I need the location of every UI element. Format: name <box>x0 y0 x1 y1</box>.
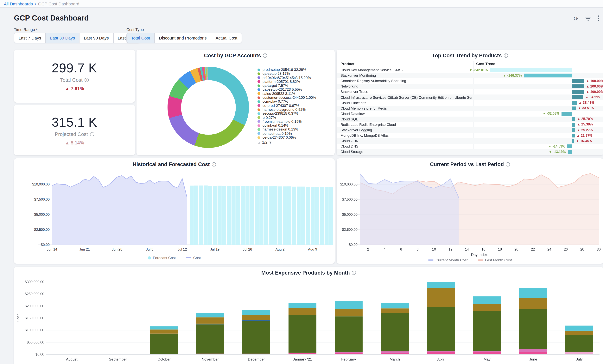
page-down-icon[interactable]: ▼ <box>269 141 272 145</box>
donut-legend-item[interactable]: pentest-uat 0.10% <box>257 132 328 136</box>
legend-label: Current Month Cost <box>435 258 468 262</box>
filter-icon[interactable] <box>585 16 591 21</box>
cost-type-option-actual-cost[interactable]: Actual Cost <box>211 33 242 43</box>
svg-text:April: April <box>437 357 445 361</box>
trend-percent: ▲ 25.27% <box>577 128 593 132</box>
donut-legend-item[interactable]: freemium-sample 0.19% <box>257 120 328 124</box>
series-olive-bar-segment <box>196 324 224 353</box>
series-olive-bar-segment <box>289 315 316 353</box>
time-range-option-last-30-days[interactable]: Last 30 Days <box>46 33 80 43</box>
info-icon[interactable]: i <box>352 271 356 275</box>
donut-legend-item[interactable]: ccm-play 0.77% <box>257 100 328 104</box>
series-cyan-bar-segment <box>519 288 547 298</box>
donut-legend-item[interactable]: harness-playground 0.52% <box>257 108 328 112</box>
trend-percent: ▲ 33.51% <box>578 106 594 110</box>
donut-legend-item[interactable]: ce-qa-274307 0.06% <box>257 135 328 140</box>
donut-legend-item[interactable]: qa-target 7.57% <box>257 84 328 88</box>
svg-text:8: 8 <box>417 247 418 251</box>
most-expensive-products-chart: $0.00$50,000.00$100,000.00$150,000.00$20… <box>14 278 603 364</box>
info-icon[interactable]: i <box>84 78 89 82</box>
cost-type-option-total-cost[interactable]: Total Cost <box>127 33 155 43</box>
most-expensive-products-title: Most Expensive Products by Month <box>261 270 350 276</box>
series-orchid-bar-segment <box>335 352 363 353</box>
info-icon[interactable]: i <box>90 132 94 136</box>
page-up-icon[interactable]: ▲ <box>257 141 261 145</box>
time-range-option-last-7-days[interactable]: Last 7 Days <box>14 33 46 43</box>
trend-bar <box>524 74 572 77</box>
trend-bar <box>572 128 575 132</box>
donut-legend-label: prod-setup-205416 32.29% <box>263 68 328 72</box>
cost-trend-cell: ▲ 94.21% <box>473 95 603 100</box>
donut-legend-item[interactable]: ce-prod-274307 0.67% <box>257 104 328 108</box>
kebab-menu-icon[interactable] <box>598 15 599 21</box>
product-column-header[interactable]: Product <box>340 62 354 66</box>
donut-legend-item[interactable]: ø 0.27% <box>257 116 328 120</box>
donut-legend-item[interactable]: qa-setup 23.17% <box>257 72 328 76</box>
cost-trend-cell: ▲ 21.37% <box>473 133 603 138</box>
donut-legend-item[interactable]: uat-setup-261723 5.55% <box>257 88 328 92</box>
projected-cost-label: Projected Cost <box>55 131 88 137</box>
series-orchid-bar-segment <box>519 349 547 352</box>
cost-trend-cell: ▼ -342.01% <box>473 67 603 73</box>
trend-table-row: Cloud Storage▼ -13.19% <box>336 149 603 155</box>
legend-item[interactable]: Current Month Cost <box>428 258 468 262</box>
svg-text:22: 22 <box>531 247 535 251</box>
svg-text:26: 26 <box>564 247 568 251</box>
donut-legend-item[interactable]: sales-209522 3.11% <box>257 92 328 96</box>
svg-text:Jun 28: Jun 28 <box>112 247 122 251</box>
donut-legend-label: freemium-sample 0.19% <box>263 120 328 124</box>
breadcrumb-all-dashboards-link[interactable]: All Dashboards <box>4 1 33 6</box>
series-olive-bar-segment <box>381 313 409 352</box>
info-icon[interactable]: i <box>504 54 508 58</box>
cost-trend-cell: ▲ 25.70% <box>473 117 603 122</box>
cost-type-label: Cost Type <box>127 27 144 32</box>
donut-legend-item[interactable]: pr10406a87045145c3 15.20% <box>257 76 328 80</box>
cost-type-option-discount-and-promotions[interactable]: Discount and Promotions <box>155 33 211 43</box>
legend-item[interactable]: Last Month Cost <box>478 258 512 262</box>
refresh-icon[interactable]: ⟳ <box>574 15 578 21</box>
time-range-option-last-90-days[interactable]: Last 90 Days <box>80 33 113 43</box>
historical-forecast-panel: Historical and Forecasted Costi $0.00$2,… <box>14 158 335 264</box>
svg-text:$7,500.00: $7,500.00 <box>342 198 358 201</box>
cost-trend-column-header[interactable]: Cost Trend <box>476 62 495 66</box>
breadcrumb-current: GCP Cost Dashboard <box>38 1 79 6</box>
legend-dot-icon <box>257 76 260 79</box>
donut-legend-item[interactable]: secops-239815 0.37% <box>257 112 328 116</box>
trend-percent: ▲ 16.34% <box>576 139 592 143</box>
legend-label: Forecast Cost <box>153 255 176 260</box>
donut-legend-item[interactable]: harness-design 0.13% <box>257 128 328 132</box>
donut-legend-item[interactable]: customer-success-244100 1.00% <box>257 96 328 100</box>
donut-legend-item[interactable]: prod-setup-205416 32.29% <box>257 68 328 72</box>
donut-legend-item[interactable]: golink-url 0.14% <box>257 123 328 128</box>
svg-text:February: February <box>341 357 356 361</box>
legend-item[interactable]: Forecast Cost <box>148 255 176 260</box>
svg-text:$250,000.00: $250,000.00 <box>25 292 44 296</box>
legend-item[interactable]: Cost <box>186 255 201 260</box>
cost-trend-cell: ▲ 100.00% <box>473 84 603 89</box>
series-hot-pink-bar-segment <box>427 352 455 354</box>
legend-label: Cost <box>193 255 201 260</box>
donut-legend-item[interactable]: platform-205701 8.82% <box>257 80 328 84</box>
svg-text:March: March <box>390 357 400 361</box>
legend-dot-icon <box>257 116 260 119</box>
legend-label: Last Month Cost <box>485 258 512 262</box>
trend-bar <box>572 106 576 110</box>
info-icon[interactable]: i <box>263 54 267 58</box>
current-vs-last-panel: Current Period vs Last Periodi $0.00$2,5… <box>336 158 603 264</box>
series-mustard-bar-segment <box>519 298 547 309</box>
svg-text:20: 20 <box>514 247 518 251</box>
series-olive-bar-segment <box>150 334 178 354</box>
trend-percent: ▲ 100.00% <box>586 84 603 88</box>
trend-percent: ▲ 94.21% <box>585 95 601 99</box>
svg-text:July: July <box>576 357 583 361</box>
series-hot-pink-bar-segment <box>335 353 363 354</box>
series-blue-bar-segment <box>242 320 270 321</box>
donut-legend-label: qa-target 7.57% <box>263 84 328 88</box>
svg-text:$150,000.00: $150,000.00 <box>25 316 44 320</box>
legend-swatch-icon <box>478 259 483 261</box>
cost-trend-cell: ▼ -32.06% <box>473 111 603 117</box>
most-expensive-products-panel: Most Expensive Products by Monthi $0.00$… <box>14 267 603 364</box>
cost-trend-cell: ▲ 16.34% <box>473 138 603 144</box>
svg-text:Jul 19: Jul 19 <box>210 247 220 251</box>
svg-text:December: December <box>248 357 265 361</box>
